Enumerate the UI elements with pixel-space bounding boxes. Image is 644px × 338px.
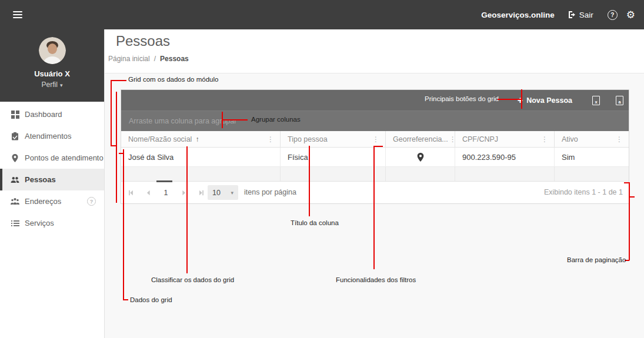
grid-toolbar: + Nova Pessoa x a (121, 90, 629, 111)
previous-page-button[interactable] (142, 182, 154, 203)
help-icon[interactable]: ? (608, 10, 618, 20)
help-glyph: ? (610, 12, 614, 18)
dashboard-icon (10, 111, 20, 119)
empty-cell (386, 167, 455, 181)
menu-toggle-button[interactable] (11, 7, 25, 22)
cell-text: José da Silva (128, 153, 173, 162)
sort-asc-icon: ↑ (195, 135, 199, 143)
avatar[interactable] (39, 37, 66, 64)
pdf-export-button[interactable]: a (616, 90, 623, 111)
first-page-button[interactable] (125, 182, 136, 203)
column-header-ativo[interactable]: Ativo ⋮ (555, 131, 629, 147)
profile-dropdown[interactable]: Perfil▾ (0, 81, 104, 89)
active-indicator (0, 169, 2, 190)
sidebar-item-pessoas[interactable]: Pessoas (0, 169, 104, 190)
logout-label: Sair (579, 11, 593, 19)
map-pin-icon (10, 154, 20, 162)
people-group-icon (10, 198, 20, 205)
sidebar: Usuário X Perfil▾ Dashboard Atendimentos (0, 29, 105, 338)
sidebar-menu: Dashboard Atendimentos Pontos de atendim… (0, 102, 104, 234)
last-page-button[interactable] (195, 182, 207, 203)
pagination-bar: 1 10 ▾ itens por página Exibindo itens 1… (121, 182, 629, 203)
items-per-page-label: itens por página (244, 182, 296, 203)
cell-text: Física (288, 153, 308, 162)
grid-header-row: Nome/Razão social ↑ ⋮ Tipo pessoa ⋮ Geor… (121, 131, 629, 148)
column-header-georreferenciado[interactable]: Georreferencia... ⋮ (386, 131, 455, 147)
excel-file-icon: x (592, 96, 600, 105)
help-glyph: ? (90, 199, 94, 205)
topbar: Geoserviços.online Sair ? ⚙ (0, 0, 644, 29)
divider (105, 73, 644, 73)
excel-letter: x (595, 99, 597, 105)
empty-cell (555, 167, 629, 181)
next-page-button[interactable] (178, 182, 189, 203)
column-header-nome-razao-social[interactable]: Nome/Razão social ↑ ⋮ (121, 131, 281, 147)
column-header-tipo-pessoa[interactable]: Tipo pessoa ⋮ (281, 131, 386, 147)
column-label: Tipo pessoa (288, 135, 328, 143)
group-placeholder: Arraste uma coluna para agrupar (121, 117, 236, 125)
cell-tipo: Física (281, 148, 386, 166)
cell-georreferenciado (386, 148, 455, 166)
pdf-file-icon: a (616, 96, 623, 105)
column-label: Ativo (562, 135, 578, 143)
chevron-down-icon: ▾ (60, 82, 63, 88)
column-menu-icon[interactable]: ⋮ (540, 135, 549, 143)
location-pin-icon[interactable] (417, 153, 424, 162)
logout-button[interactable]: Sair (568, 11, 593, 19)
empty-cell (455, 167, 555, 181)
sidebar-item-label: Endereços (25, 197, 61, 206)
column-label: Nome/Razão social (128, 135, 192, 143)
empty-row (121, 167, 629, 182)
sidebar-item-servicos[interactable]: Serviços (0, 212, 104, 234)
topbar-right: Geoserviços.online Sair ? ⚙ (481, 10, 644, 20)
sidebar-item-atendimentos[interactable]: Atendimentos (0, 125, 104, 147)
plus-icon: + (518, 95, 523, 106)
column-label: Georreferencia... (393, 135, 448, 143)
excel-export-button[interactable]: x (592, 90, 600, 111)
breadcrumb-current: Pessoas (160, 55, 189, 63)
cell-cpf: 900.223.590-95 (455, 148, 555, 166)
table-row[interactable]: José da Silva Física 900.223.590-95 Sim (121, 148, 629, 167)
column-menu-icon[interactable]: ⋮ (266, 135, 275, 143)
new-person-button[interactable]: + Nova Pessoa (514, 90, 576, 111)
page-size-dropdown[interactable]: 10 ▾ (208, 185, 238, 200)
cell-ativo: Sim (555, 148, 629, 166)
column-label: CPF/CNPJ (462, 135, 498, 143)
sidebar-item-label: Serviços (25, 219, 54, 227)
column-header-cpf-cnpj[interactable]: CPF/CNPJ ⋮ (455, 131, 555, 147)
list-icon (10, 220, 20, 227)
empty-cell (121, 167, 281, 181)
sidebar-item-pontos-de-atendimento[interactable]: Pontos de atendimento (0, 147, 104, 169)
profile-label: Perfil (42, 81, 58, 89)
new-person-label: Nova Pessoa (526, 96, 572, 105)
sidebar-item-enderecos[interactable]: Endereços ? (0, 190, 104, 212)
page-number-button[interactable]: 1 (158, 182, 174, 203)
sidebar-item-label: Pontos de atendimento (25, 153, 104, 162)
settings-gear-icon[interactable]: ⚙ (626, 10, 635, 20)
item-help-icon[interactable]: ? (87, 197, 96, 206)
empty-cell (281, 167, 386, 181)
pager-status: Exibindo itens 1 - 1 de 1 (544, 182, 623, 203)
user-name: Usuário X (0, 69, 104, 78)
sidebar-item-dashboard[interactable]: Dashboard (0, 103, 104, 125)
page-size-value: 10 (212, 189, 221, 197)
data-grid: + Nova Pessoa x a Arraste uma coluna par… (121, 89, 629, 204)
breadcrumb-home-link[interactable]: Página inicial (108, 55, 150, 63)
sidebar-item-label: Atendimentos (25, 132, 72, 140)
breadcrumb: Página inicial/Pessoas (108, 55, 189, 63)
page-title: Pessoas (116, 33, 170, 49)
sidebar-item-label: Pessoas (25, 175, 56, 184)
cell-text: Sim (562, 153, 575, 162)
column-menu-icon[interactable]: ⋮ (615, 135, 624, 143)
clipboard-check-icon (10, 132, 20, 140)
people-icon (10, 176, 20, 183)
app-window: Geoserviços.online Sair ? ⚙ (0, 0, 644, 338)
sign-out-icon (568, 11, 576, 19)
brand-link[interactable]: Geoserviços.online (481, 11, 555, 19)
column-menu-icon[interactable]: ⋮ (371, 135, 381, 143)
group-drop-area[interactable]: Arraste uma coluna para agrupar (121, 111, 629, 131)
cell-nome: José da Silva (121, 148, 281, 166)
chevron-down-icon: ▾ (231, 190, 233, 196)
profile-section: Usuário X Perfil▾ (0, 29, 104, 102)
pdf-letter: a (618, 99, 620, 105)
